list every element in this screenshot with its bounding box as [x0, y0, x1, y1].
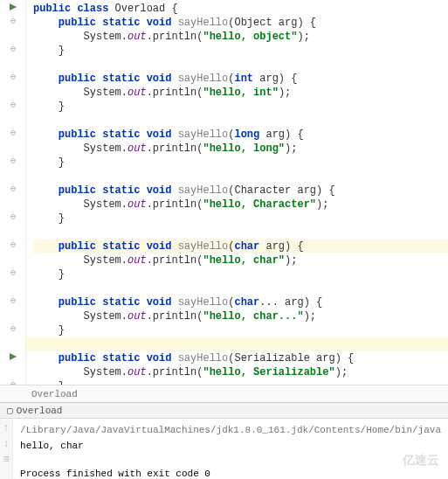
- fold-icon[interactable]: ⊖: [0, 266, 26, 280]
- fold-icon[interactable]: ⊖: [0, 42, 26, 56]
- run-main-icon[interactable]: [0, 350, 26, 364]
- console-toolbar: ↑ ↓ ≡: [0, 419, 13, 479]
- editor-gutter: ⊖ ⊖ ⊖ ⊖ ⊖ ⊖ ⊖ ⊖ ⊖ ⊖ ⊖ ⊖ ⊖: [0, 0, 26, 385]
- fold-icon[interactable]: ⊖: [0, 154, 26, 168]
- console-tab-label: Overload: [17, 406, 63, 416]
- arrow-up-icon[interactable]: ↑: [3, 422, 9, 434]
- fold-icon[interactable]: ⊖: [0, 70, 26, 84]
- fold-icon[interactable]: ⊖: [0, 98, 26, 112]
- fold-icon[interactable]: ⊖: [0, 238, 26, 252]
- wrap-icon[interactable]: ≡: [3, 454, 9, 466]
- console-panel: ▢ Overload ↑ ↓ ≡ /Library/Java/JavaVirtu…: [0, 402, 448, 479]
- console-run-icon: ▢: [7, 405, 13, 416]
- fold-icon[interactable]: ⊖: [0, 322, 26, 336]
- console-stdout: hello, char: [20, 438, 441, 454]
- console-exit: Process finished with exit code 0: [20, 466, 441, 479]
- fold-icon[interactable]: ⊖: [0, 182, 26, 196]
- fold-icon[interactable]: ⊖: [0, 210, 26, 224]
- console-tab[interactable]: ▢ Overload: [0, 403, 448, 419]
- fold-icon[interactable]: ⊖: [0, 14, 26, 28]
- fold-icon[interactable]: ⊖: [0, 126, 26, 140]
- code-content[interactable]: public class Overload { public static vo…: [26, 0, 448, 385]
- run-class-icon[interactable]: [0, 0, 26, 14]
- fold-icon[interactable]: ⊖: [0, 294, 26, 308]
- breadcrumb[interactable]: Overload: [0, 385, 448, 402]
- console-output[interactable]: /Library/Java/JavaVirtualMachines/jdk1.8…: [13, 419, 448, 479]
- fold-icon[interactable]: ⊖: [0, 378, 26, 385]
- console-command: /Library/Java/JavaVirtualMachines/jdk1.8…: [20, 422, 441, 438]
- arrow-down-icon[interactable]: ↓: [3, 438, 9, 450]
- code-editor[interactable]: ⊖ ⊖ ⊖ ⊖ ⊖ ⊖ ⊖ ⊖ ⊖ ⊖ ⊖ ⊖ ⊖ public class O…: [0, 0, 448, 385]
